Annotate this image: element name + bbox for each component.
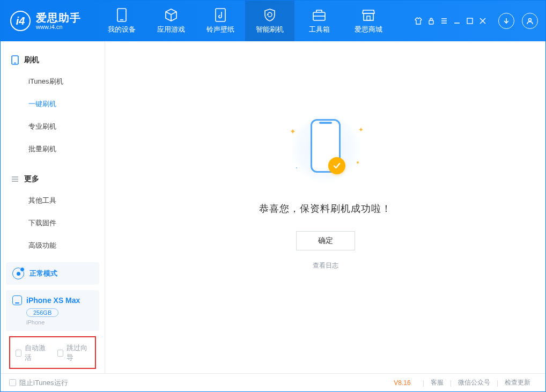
tab-apps-games[interactable]: 应用游戏	[146, 1, 196, 41]
checkbox-block-itunes[interactable]: 阻止iTunes运行	[9, 378, 68, 388]
minimize-icon[interactable]	[453, 17, 461, 25]
svg-rect-6	[367, 16, 370, 20]
top-tabs: 我的设备 应用游戏 铃声壁纸 智能刷机 工具箱 爱思商城	[97, 1, 393, 41]
sidebar-item-oneclick-flash[interactable]: 一键刷机	[1, 93, 105, 115]
sidebar-item-batch-flash[interactable]: 批量刷机	[1, 138, 105, 160]
footer-link-update[interactable]: 检查更新	[498, 378, 537, 387]
tab-ringtones[interactable]: 铃声壁纸	[196, 1, 245, 41]
store-icon	[361, 8, 376, 23]
svg-point-16	[529, 19, 532, 21]
checkbox-label: 阻止iTunes运行	[19, 378, 68, 388]
footer-link-wechat[interactable]: 微信公众号	[452, 378, 497, 387]
svg-rect-12	[467, 18, 473, 24]
music-file-icon	[213, 8, 228, 23]
device-row: iPhone XS Max	[12, 295, 93, 305]
success-message: 恭喜您，保资料刷机成功啦！	[259, 202, 392, 215]
checkbox-icon	[16, 350, 21, 357]
device-box[interactable]: iPhone XS Max 256GB iPhone	[6, 290, 99, 331]
list-icon	[11, 175, 19, 183]
user-icon[interactable]	[522, 13, 538, 29]
sidebar: 刷机 iTunes刷机 一键刷机 专业刷机 批量刷机 更多 其他工具 下载固件 …	[1, 41, 105, 373]
svg-rect-7	[429, 20, 433, 24]
cube-icon	[164, 8, 179, 23]
section-title: 刷机	[24, 55, 39, 65]
checkbox-skip-guide[interactable]: 跳过向导	[57, 343, 90, 363]
sparkle-icon: •	[296, 165, 298, 170]
version-label: V8.16	[394, 379, 410, 387]
logo[interactable]: i4 爱思助手 www.i4.cn	[10, 11, 81, 31]
tab-label: 工具箱	[309, 25, 330, 34]
mode-box[interactable]: 正常模式	[6, 262, 99, 285]
footer-link-service[interactable]: 客服	[424, 378, 450, 387]
logo-text: 爱思助手 www.i4.cn	[36, 12, 81, 30]
svg-rect-2	[216, 9, 225, 21]
footer-right: V8.16 | 客服 | 微信公众号 | 检查更新	[394, 378, 537, 387]
tab-store[interactable]: 爱思商城	[344, 1, 393, 41]
maximize-icon[interactable]	[466, 17, 474, 25]
main-content: ✦ ✦ • • 恭喜您，保资料刷机成功啦！ 确定 查看日志	[105, 41, 545, 373]
sidebar-item-pro-flash[interactable]: 专业刷机	[1, 115, 105, 138]
checkbox-label: 跳过向导	[67, 343, 90, 363]
toolbox-icon	[312, 8, 327, 23]
mode-label: 正常模式	[29, 269, 57, 278]
storage-badge: 256GB	[26, 308, 58, 317]
tab-label: 智能刷机	[256, 25, 284, 34]
checkbox-label: 自动激活	[25, 343, 48, 363]
window-controls-extra	[415, 17, 486, 25]
checkbox-icon	[9, 379, 16, 386]
tab-label: 爱思商城	[355, 25, 382, 34]
tab-label: 应用游戏	[157, 25, 185, 34]
logo-icon: i4	[10, 11, 31, 31]
checkbox-auto-activate[interactable]: 自动激活	[16, 343, 48, 363]
nav-section-flash: 刷机 iTunes刷机 一键刷机 专业刷机 批量刷机	[1, 41, 105, 160]
tab-label: 铃声壁纸	[206, 25, 234, 34]
phone-small-icon	[11, 55, 19, 65]
view-log-link[interactable]: 查看日志	[313, 261, 338, 270]
body: 刷机 iTunes刷机 一键刷机 专业刷机 批量刷机 更多 其他工具 下载固件 …	[1, 41, 545, 373]
refresh-shield-icon	[262, 8, 277, 23]
tab-my-device[interactable]: 我的设备	[97, 1, 146, 41]
mode-icon	[12, 268, 24, 279]
ok-button[interactable]: 确定	[296, 231, 355, 250]
section-header-more: 更多	[1, 169, 105, 189]
brand-url: www.i4.cn	[36, 24, 81, 30]
app-window: i4 爱思助手 www.i4.cn 我的设备 应用游戏 铃声壁纸 智能刷机	[0, 0, 546, 392]
close-icon[interactable]	[479, 17, 486, 25]
footer: 阻止iTunes运行 V8.16 | 客服 | 微信公众号 | 检查更新	[1, 373, 545, 391]
sidebar-item-download-firmware[interactable]: 下载固件	[1, 212, 105, 234]
lock-icon[interactable]	[427, 17, 435, 25]
nav-section-more: 更多 其他工具 下载固件 高级功能	[1, 160, 105, 257]
sidebar-item-other-tools[interactable]: 其他工具	[1, 189, 105, 212]
sparkle-icon: ✦	[358, 126, 364, 134]
success-check-icon	[328, 157, 345, 174]
device-type: iPhone	[26, 319, 93, 326]
sidebar-bottom: 正常模式 iPhone XS Max 256GB iPhone 自动激活	[1, 257, 105, 373]
tab-label: 我的设备	[108, 25, 136, 34]
tab-smart-flash[interactable]: 智能刷机	[245, 1, 294, 41]
checkbox-icon	[57, 350, 63, 357]
bottom-options: 自动激活 跳过向导	[9, 336, 96, 369]
success-illustration: ✦ ✦ • •	[280, 111, 371, 186]
sparkle-icon: •	[357, 158, 359, 167]
tshirt-icon[interactable]	[415, 17, 422, 25]
tab-toolbox[interactable]: 工具箱	[294, 1, 344, 41]
device-icon	[12, 295, 22, 305]
download-icon[interactable]	[498, 13, 514, 29]
menu-icon[interactable]	[440, 17, 448, 25]
section-header-flash: 刷机	[1, 50, 105, 70]
section-title: 更多	[24, 174, 39, 184]
device-name: iPhone XS Max	[26, 296, 80, 305]
brand-name: 爱思助手	[36, 12, 81, 24]
phone-icon	[114, 8, 129, 23]
titlebar: i4 爱思助手 www.i4.cn 我的设备 应用游戏 铃声壁纸 智能刷机	[1, 1, 545, 41]
titlebar-right	[415, 13, 538, 29]
sidebar-item-advanced[interactable]: 高级功能	[1, 234, 105, 257]
sparkle-icon: ✦	[290, 127, 296, 136]
svg-rect-5	[364, 13, 373, 20]
sidebar-item-itunes-flash[interactable]: iTunes刷机	[1, 70, 105, 93]
